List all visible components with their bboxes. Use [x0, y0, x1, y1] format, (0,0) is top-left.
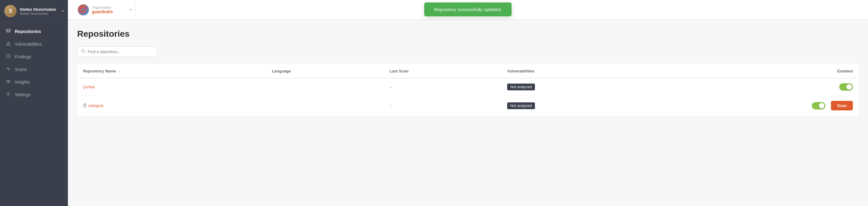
gear-icon — [5, 92, 11, 98]
svg-point-0 — [6, 29, 10, 31]
repo-enabled-cell — [654, 78, 859, 96]
repo-language-cell — [267, 78, 384, 96]
info-icon — [5, 54, 11, 60]
user-chevron-icon: ▾ — [62, 9, 64, 13]
org-chevron-icon: ▾ — [130, 8, 132, 12]
repo-last-scan-cell: -- — [384, 78, 502, 96]
org-name: guardrails — [92, 9, 127, 14]
scan-button[interactable]: Scan — [831, 101, 853, 110]
col-header-last-scan: Last Scan — [384, 64, 502, 78]
search-input[interactable] — [88, 49, 153, 54]
page-title: Repositories — [77, 29, 859, 39]
sidebar-item-insights[interactable]: Insights — [0, 75, 68, 88]
sort-arrow-icon: ↑ — [119, 69, 120, 73]
sidebar-item-findings[interactable]: Findings — [0, 50, 68, 63]
repo-vulnerabilities-cell: Not analyzed — [502, 78, 654, 96]
repositories-table: Repository Name ↑ Language Last Scan Vul… — [77, 64, 859, 116]
svg-point-8 — [8, 81, 9, 82]
database-icon — [5, 28, 11, 34]
not-analyzed-badge: Not analyzed — [507, 83, 535, 90]
sidebar-item-label: Scans — [15, 67, 27, 72]
main-nav: Repositories Vulnerabilities Findings — [0, 23, 68, 206]
content-area: Repositories Repository Name ↑ — [68, 20, 868, 206]
sidebar-item-repositories[interactable]: Repositories — [0, 25, 68, 38]
topbar: Organization guardrails ▾ Repository suc… — [68, 0, 868, 20]
main-area: Organization guardrails ▾ Repository suc… — [68, 0, 868, 206]
repo-vulnerabilities-cell: Not analyzed — [502, 96, 654, 116]
scans-icon — [5, 66, 11, 72]
sidebar-item-label: Insights — [15, 79, 30, 84]
search-bar[interactable] — [77, 46, 157, 57]
org-logo — [78, 4, 89, 15]
svg-point-9 — [8, 94, 9, 95]
org-selector[interactable]: Organization guardrails ▾ — [74, 2, 136, 18]
svg-line-12 — [84, 52, 85, 53]
col-header-vulnerabilities: Vulnerabilities — [502, 64, 654, 78]
enabled-toggle[interactable] — [812, 102, 826, 109]
svg-point-7 — [6, 80, 10, 83]
sidebar-item-scans[interactable]: Scans — [0, 63, 68, 75]
svg-point-2 — [8, 44, 8, 45]
repo-name-link[interactable]: railsgoat — [88, 103, 103, 108]
col-header-language: Language — [267, 64, 384, 78]
table-row: DVWA -- Not analyzed — [78, 78, 859, 96]
eye-icon — [5, 79, 11, 85]
sidebar-item-label: Settings — [15, 92, 31, 97]
enabled-toggle[interactable] — [839, 83, 853, 91]
org-label: Organization — [92, 5, 127, 9]
toast-message: Repository successfully updated. — [424, 2, 512, 16]
col-header-name[interactable]: Repository Name ↑ — [78, 64, 267, 78]
sidebar-item-label: Vulnerabilities — [15, 42, 42, 46]
toggle-thumb — [846, 84, 852, 90]
svg-rect-13 — [84, 105, 87, 107]
svg-point-5 — [8, 55, 8, 55]
repo-name-cell: DVWA — [78, 78, 267, 96]
user-name: Stefan Streichsbier — [20, 7, 61, 12]
repo-name-cell: railsgoat — [78, 96, 267, 116]
user-sub: Stefan Streichsbier — [20, 12, 61, 15]
col-header-enabled: Enabled — [654, 64, 859, 78]
sidebar-item-vulnerabilities[interactable]: Vulnerabilities — [0, 38, 68, 50]
toggle-thumb — [819, 103, 825, 108]
repo-enabled-cell: Scan — [654, 96, 859, 116]
sidebar-item-settings[interactable]: Settings — [0, 88, 68, 101]
avatar: S — [4, 5, 17, 17]
sidebar: S Stefan Streichsbier Stefan Streichsbie… — [0, 0, 68, 206]
search-icon — [81, 49, 85, 54]
repo-language-cell — [267, 96, 384, 116]
warning-icon — [5, 41, 11, 47]
not-analyzed-badge: Not analyzed — [507, 102, 535, 109]
repo-last-scan-cell: -- — [384, 96, 502, 116]
table-row: railsgoat -- Not analyzed — [78, 96, 859, 116]
sidebar-item-label: Repositories — [15, 29, 41, 34]
user-menu[interactable]: S Stefan Streichsbier Stefan Streichsbie… — [0, 0, 68, 23]
sidebar-item-label: Findings — [15, 54, 31, 59]
repo-name-link[interactable]: DVWA — [83, 85, 95, 90]
toast-container: Repository successfully updated. — [424, 2, 512, 16]
lock-icon — [83, 103, 87, 108]
